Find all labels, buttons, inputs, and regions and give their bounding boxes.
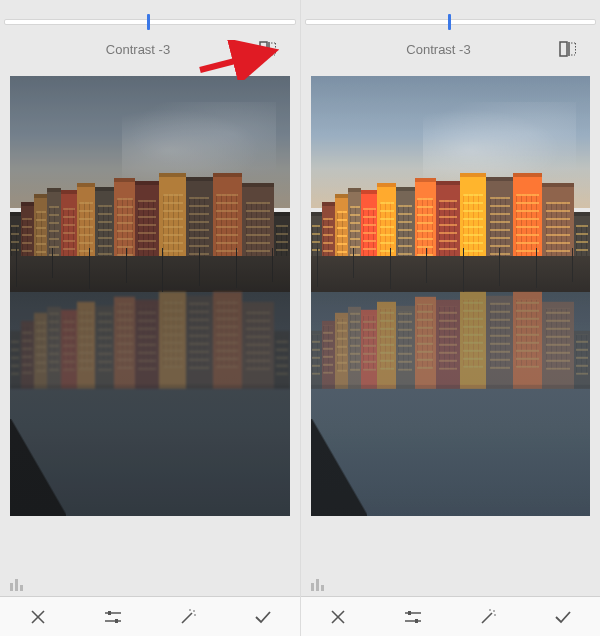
histogram-row (0, 556, 300, 596)
slider-handle[interactable] (448, 14, 451, 30)
photo-preview[interactable] (311, 76, 590, 516)
cancel-button[interactable] (318, 597, 358, 637)
slider-track (4, 19, 296, 25)
compare-icon (559, 41, 577, 57)
svg-point-33 (493, 610, 495, 612)
svg-rect-0 (260, 42, 267, 56)
magic-wand-icon (179, 608, 197, 626)
spacer (301, 0, 600, 14)
svg-rect-6 (15, 579, 18, 591)
compare-icon (259, 41, 277, 57)
svg-rect-23 (311, 583, 314, 591)
slider-track (305, 19, 596, 25)
svg-rect-12 (108, 611, 111, 615)
svg-rect-31 (415, 619, 418, 623)
contrast-slider[interactable] (301, 14, 600, 30)
bottom-toolbar (301, 596, 600, 636)
photo-viewport (0, 66, 300, 556)
compare-toggle-button[interactable] (248, 29, 288, 69)
close-icon (330, 609, 346, 625)
auto-fix-button[interactable] (468, 597, 508, 637)
slider-label-row: Contrast -3 (0, 30, 300, 66)
svg-rect-13 (115, 619, 118, 623)
compare-toggle-button[interactable] (548, 29, 588, 69)
apply-button[interactable] (543, 597, 583, 637)
cancel-button[interactable] (18, 597, 58, 637)
histogram-row (301, 556, 600, 596)
slider-label-row: Contrast -3 (301, 30, 600, 66)
svg-rect-30 (408, 611, 411, 615)
slider-handle[interactable] (147, 14, 150, 30)
histogram-icon (10, 577, 26, 591)
sliders-icon (104, 609, 122, 625)
svg-rect-24 (316, 579, 319, 591)
editor-pane-before: Contrast -3 (0, 0, 300, 636)
harbor-photo (10, 76, 290, 516)
svg-line-14 (182, 613, 192, 623)
svg-point-35 (494, 614, 496, 616)
apply-button[interactable] (243, 597, 283, 637)
svg-point-16 (189, 609, 191, 611)
check-icon (554, 610, 572, 624)
svg-rect-7 (20, 585, 23, 591)
svg-rect-5 (10, 583, 13, 591)
side-by-side-comparison: Contrast -3 (0, 0, 600, 636)
sliders-icon (404, 609, 422, 625)
svg-point-17 (194, 614, 196, 616)
close-icon (30, 609, 46, 625)
photo-preview[interactable] (10, 76, 290, 516)
photo-viewport (301, 66, 600, 556)
histogram-icon (311, 577, 327, 591)
svg-point-34 (489, 609, 491, 611)
svg-line-32 (482, 613, 492, 623)
slider-label: Contrast -3 (301, 42, 548, 57)
bottom-toolbar (0, 596, 300, 636)
magic-wand-icon (479, 608, 497, 626)
svg-rect-25 (321, 585, 324, 591)
tune-button[interactable] (93, 597, 133, 637)
svg-point-15 (193, 610, 195, 612)
auto-fix-button[interactable] (168, 597, 208, 637)
contrast-slider[interactable] (0, 14, 300, 30)
slider-label: Contrast -3 (0, 42, 248, 57)
editor-pane-after: Contrast -3 (300, 0, 600, 636)
tune-button[interactable] (393, 597, 433, 637)
harbor-photo (311, 76, 590, 516)
check-icon (254, 610, 272, 624)
svg-rect-18 (560, 42, 567, 56)
spacer (0, 0, 300, 14)
